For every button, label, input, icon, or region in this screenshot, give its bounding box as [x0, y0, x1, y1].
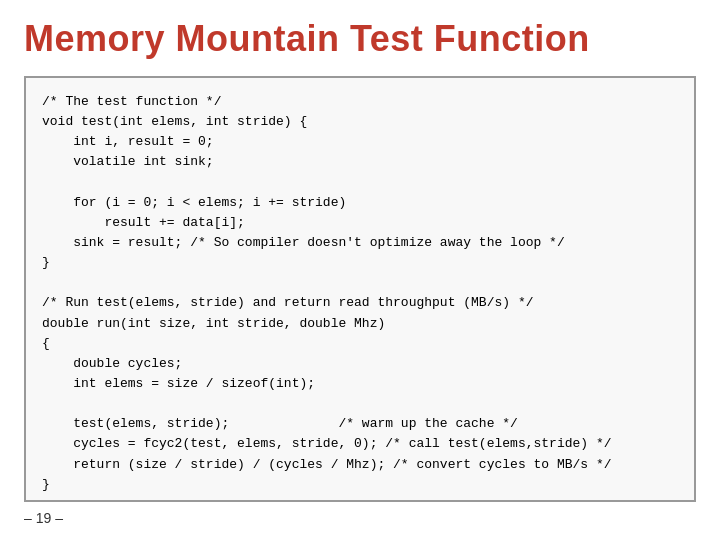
page-title: Memory Mountain Test Function	[24, 18, 696, 60]
code-content: /* The test function */ void test(int el…	[42, 92, 678, 495]
page-footer: – 19 –	[24, 510, 696, 526]
code-box: /* The test function */ void test(int el…	[24, 76, 696, 502]
